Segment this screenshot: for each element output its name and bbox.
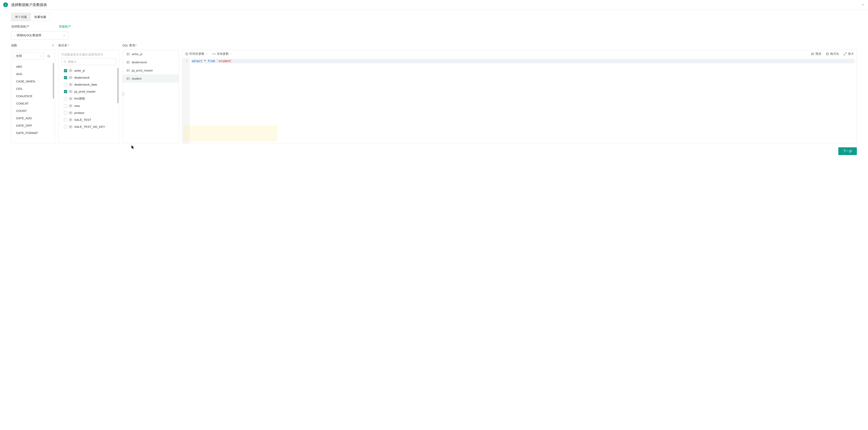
selected-table-item[interactable]: jyj_prod_master [123, 66, 179, 74]
function-item[interactable]: COALESCE [11, 92, 55, 100]
sql-toolbar: 时间宏参数 添加参数 预览 格式化 [182, 50, 857, 58]
collapse-icon[interactable] [861, 3, 865, 7]
table-checkbox[interactable] [64, 104, 67, 107]
table-item[interactable]: new [61, 102, 116, 109]
sql-editor[interactable]: 1 select * from `student` [182, 58, 857, 143]
database-icon: ~ [14, 34, 16, 37]
svg-rect-17 [69, 98, 72, 100]
collapse-panel-icon[interactable] [52, 44, 55, 47]
function-filter-value: 全部 [16, 54, 22, 58]
table-item[interactable]: dealerstock_date [61, 81, 116, 88]
svg-line-53 [813, 54, 813, 54]
tables-hint: 可选数据表在右侧生成查询语句 [58, 50, 119, 58]
add-param-dropdown[interactable]: 添加参数 [212, 52, 232, 56]
table-name: jyj_prod_master [74, 90, 96, 93]
table-item[interactable]: anhe_yl [61, 67, 116, 74]
table-icon [69, 76, 72, 79]
scrollbar-thumb[interactable] [117, 68, 119, 103]
selected-table-item[interactable]: anhe_yl [123, 50, 179, 58]
selected-table-item[interactable]: student [123, 74, 179, 82]
table-icon [69, 118, 72, 122]
table-name: dealerstock_date [74, 83, 97, 86]
table-checkbox[interactable] [64, 90, 67, 93]
function-search-button[interactable] [45, 53, 53, 60]
svg-point-36 [123, 95, 123, 96]
function-item[interactable]: DATE_DIFF [11, 122, 55, 129]
tables-search-input[interactable] [68, 60, 114, 63]
tab-batch-create[interactable]: 批量创建 [30, 13, 50, 21]
svg-line-58 [844, 54, 845, 55]
time-macro-dropdown[interactable]: 时间宏参数 [185, 52, 208, 56]
table-checkbox[interactable] [64, 69, 67, 72]
table-checkbox[interactable] [64, 118, 67, 122]
selected-table-name: student [132, 77, 142, 80]
function-filter-select[interactable]: 全部 [14, 52, 44, 60]
tables-search[interactable] [61, 58, 116, 65]
selected-table-item[interactable]: dealerstock [123, 58, 179, 66]
selected-table-name: dealerstock [132, 61, 147, 64]
function-item[interactable]: DATE_ADD [11, 114, 55, 122]
format-button[interactable]: 格式化 [826, 52, 839, 56]
sql-query-title: SQL 查询 [122, 43, 136, 47]
editor-code[interactable]: select * from `student` [189, 58, 857, 143]
svg-rect-5 [69, 69, 72, 72]
table-name: anhe_yl [74, 69, 85, 72]
svg-line-2 [50, 57, 50, 57]
table-item[interactable]: jyj_prod_master [61, 88, 116, 95]
table-checkbox[interactable] [64, 97, 67, 100]
table-checkbox[interactable] [64, 83, 67, 86]
svg-point-35 [124, 94, 124, 95]
svg-rect-47 [127, 77, 129, 79]
code-icon [212, 52, 216, 56]
preview-button[interactable]: 预览 [811, 52, 822, 56]
page-title: 选择数据账户及数据表 [11, 2, 47, 7]
table-name: new [74, 104, 80, 107]
function-item[interactable]: CONCAT [11, 100, 55, 107]
table-checkbox[interactable] [64, 76, 67, 79]
chevron-down-icon [206, 53, 208, 55]
table-checkbox[interactable] [64, 125, 67, 128]
function-item[interactable]: AVG [11, 70, 55, 78]
step-badge: 1 [3, 2, 8, 7]
table-item[interactable]: linn填报 [61, 95, 116, 102]
create-mode-tabs: 单个创建 批量创建 [11, 13, 50, 21]
function-item[interactable]: DATE_FORMAT [11, 129, 55, 137]
table-item[interactable]: product [61, 109, 116, 116]
table-checkbox[interactable] [64, 111, 67, 114]
scrollbar-thumb[interactable] [53, 63, 54, 99]
account-select-value: 填报MySQL数据库 [17, 33, 41, 37]
table-icon [69, 104, 72, 107]
account-select[interactable]: ~ 填报MySQL数据库 [11, 31, 68, 39]
table-name: linn填报 [74, 97, 85, 101]
next-button[interactable]: 下一步 [838, 147, 857, 155]
expand-icon [843, 52, 847, 56]
table-item[interactable]: SALE_TEST_NO_KEY [61, 123, 116, 130]
expand-button[interactable]: 放大 [843, 52, 854, 56]
selected-tables-list: anhe_yldealerstockjyj_prod_masterstudent [122, 50, 179, 143]
function-list[interactable]: ABSAVGCASE_WHENCEILCOALESCECONCATCOUNTDA… [11, 62, 55, 143]
function-item[interactable]: CEIL [11, 85, 55, 92]
clock-icon [185, 52, 188, 56]
search-icon [63, 60, 66, 63]
table-item[interactable]: dealerstock [61, 74, 116, 81]
function-item[interactable]: COUNT [11, 107, 55, 114]
drag-handle-icon[interactable] [122, 92, 125, 97]
new-account-link[interactable]: 新建账户 [59, 25, 71, 29]
tables-list[interactable]: anhe_yldealerstockdealerstock_datejyj_pr… [58, 67, 119, 143]
table-icon [127, 69, 130, 72]
svg-rect-44 [127, 69, 129, 71]
table-item[interactable]: SALE_TEST [61, 116, 116, 123]
svg-rect-26 [69, 119, 72, 121]
chevron-down-icon [39, 55, 41, 57]
table-icon [69, 125, 72, 128]
function-item[interactable]: ABS [11, 63, 55, 70]
tables-dir-title: 表目录 [58, 43, 69, 47]
tab-single-create[interactable]: 单个创建 [11, 13, 30, 21]
selected-table-name: jyj_prod_master [132, 69, 153, 72]
table-icon [69, 83, 72, 86]
table-name: SALE_TEST [74, 118, 91, 122]
svg-rect-29 [69, 126, 72, 128]
expand-label: 放大 [848, 52, 854, 56]
function-item[interactable]: CASE_WHEN [11, 78, 55, 85]
svg-point-32 [123, 93, 123, 93]
